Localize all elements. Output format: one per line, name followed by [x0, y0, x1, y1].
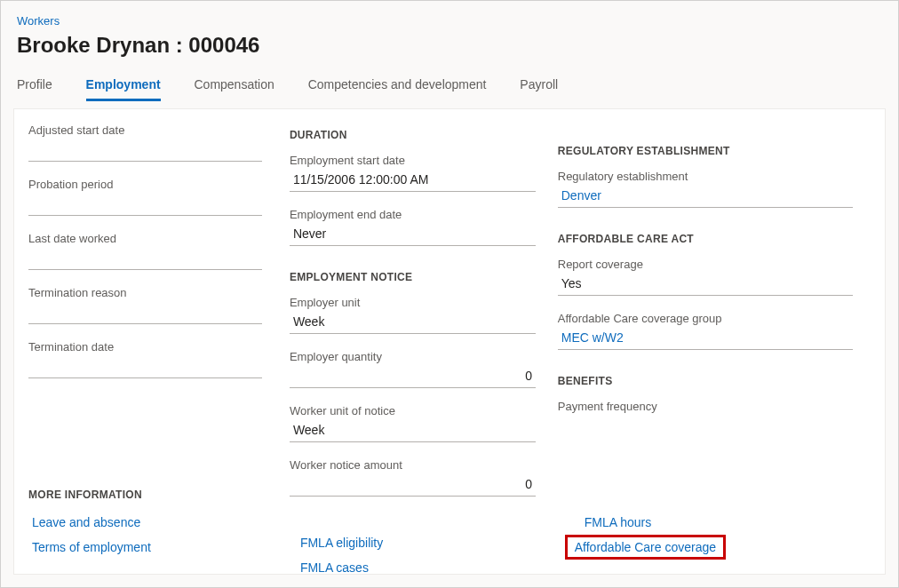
- employment-panel: Adjusted start date Probation period Las…: [13, 108, 886, 575]
- employment-end-date-field[interactable]: Never: [290, 225, 536, 246]
- termination-reason-field[interactable]: [28, 303, 262, 324]
- regulatory-establishment-title: REGULATORY ESTABLISHMENT: [558, 145, 869, 157]
- employment-start-date-field[interactable]: 11/15/2006 12:00:00 AM: [290, 171, 536, 192]
- employment-end-date-label: Employment end date: [290, 208, 549, 221]
- adjusted-start-date-field[interactable]: [28, 140, 262, 162]
- employer-unit-label: Employer unit: [290, 296, 549, 309]
- tab-employment[interactable]: Employment: [86, 77, 161, 101]
- report-coverage-label: Report coverage: [558, 258, 869, 271]
- col-regulatory-benefits: REGULATORY ESTABLISHMENT Regulatory esta…: [558, 123, 869, 560]
- regulatory-establishment-field[interactable]: Denver: [558, 187, 854, 208]
- termination-date-label: Termination date: [21, 340, 281, 354]
- termination-date-field[interactable]: [28, 357, 262, 378]
- tab-profile[interactable]: Profile: [17, 77, 52, 99]
- worker-notice-amount-field[interactable]: 0: [290, 475, 536, 497]
- benefits-title: BENEFITS: [558, 375, 869, 387]
- report-coverage-field[interactable]: Yes: [558, 274, 854, 296]
- link-fmla-eligibility[interactable]: FMLA eligibility: [290, 530, 549, 555]
- tab-compensation[interactable]: Compensation: [194, 77, 274, 99]
- header: Workers Brooke Drynan : 000046: [1, 1, 898, 58]
- link-affordable-care-coverage[interactable]: Affordable Care coverage: [565, 535, 726, 560]
- more-information-title: MORE INFORMATION: [21, 489, 281, 501]
- last-date-worked-field[interactable]: [28, 249, 262, 270]
- worker-notice-amount-label: Worker notice amount: [290, 458, 549, 472]
- worker-unit-of-notice-field[interactable]: Week: [290, 421, 536, 442]
- employment-notice-title: EMPLOYMENT NOTICE: [290, 271, 549, 283]
- link-leave-and-absence[interactable]: Leave and absence: [21, 510, 281, 535]
- tab-competencies[interactable]: Competencies and development: [308, 77, 487, 99]
- duration-title: DURATION: [290, 129, 549, 141]
- adjusted-start-date-label: Adjusted start date: [21, 123, 281, 137]
- link-fmla-hours[interactable]: FMLA hours: [558, 510, 869, 535]
- more-information-section: MORE INFORMATION Leave and absence Terms…: [21, 489, 281, 560]
- col-duration-notice: DURATION Employment start date 11/15/200…: [290, 123, 549, 560]
- breadcrumb-workers[interactable]: Workers: [17, 14, 60, 28]
- link-terms-of-employment[interactable]: Terms of employment: [21, 535, 281, 560]
- employer-quantity-field[interactable]: 0: [290, 367, 536, 388]
- worker-unit-of-notice-label: Worker unit of notice: [290, 404, 549, 417]
- payment-frequency-label: Payment frequency: [558, 400, 869, 413]
- aca-coverage-group-label: Affordable Care coverage group: [558, 312, 869, 325]
- aca-coverage-group-field[interactable]: MEC w/W2: [558, 329, 854, 350]
- last-date-worked-label: Last date worked: [21, 232, 281, 245]
- col-general: Adjusted start date Probation period Las…: [21, 123, 281, 560]
- tab-bar: Profile Employment Compensation Competen…: [1, 77, 898, 101]
- tab-payroll[interactable]: Payroll: [520, 77, 558, 99]
- probation-period-field[interactable]: [28, 195, 262, 216]
- employer-unit-field[interactable]: Week: [290, 313, 536, 334]
- link-fmla-cases[interactable]: FMLA cases: [290, 555, 549, 580]
- employment-start-date-label: Employment start date: [290, 154, 549, 167]
- regulatory-establishment-label: Regulatory establishment: [558, 170, 869, 183]
- employer-quantity-label: Employer quantity: [290, 350, 549, 363]
- worker-detail-page: Workers Brooke Drynan : 000046 Profile E…: [0, 0, 899, 588]
- probation-period-label: Probation period: [21, 178, 281, 191]
- termination-reason-label: Termination reason: [21, 286, 281, 299]
- aca-coverage-link-text: Affordable Care coverage: [575, 540, 716, 554]
- page-title: Brooke Drynan : 000046: [17, 33, 882, 58]
- affordable-care-act-title: AFFORDABLE CARE ACT: [558, 233, 869, 245]
